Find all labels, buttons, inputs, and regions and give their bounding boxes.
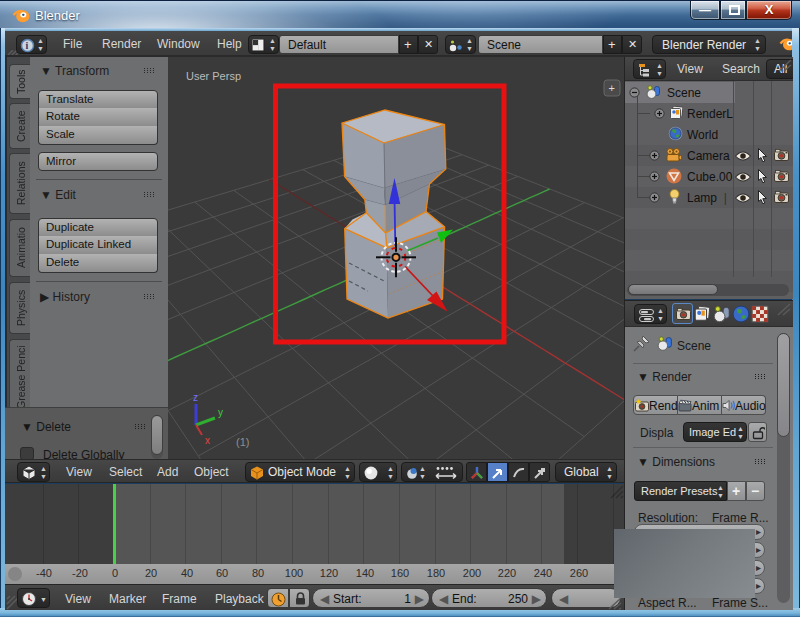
- svg-text:(1): (1): [236, 436, 249, 448]
- svg-text:+: +: [609, 82, 615, 94]
- svg-text:x: x: [205, 435, 210, 446]
- svg-text:i: i: [26, 40, 29, 51]
- svg-text:z: z: [193, 392, 198, 403]
- svg-text:y: y: [218, 407, 223, 418]
- svg-text:User Persp: User Persp: [186, 70, 241, 82]
